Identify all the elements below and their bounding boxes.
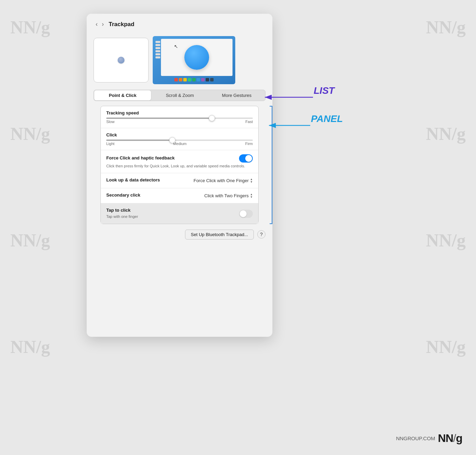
panel-bracket-bottom [270, 223, 272, 224]
color-dot [174, 78, 178, 81]
sidebar-line [155, 50, 160, 52]
title-bar: ‹ › Trackpad [87, 14, 272, 32]
force-click-toggle[interactable] [239, 154, 253, 163]
color-bar [174, 78, 214, 81]
color-dot [201, 78, 205, 81]
tap-to-click-toggle[interactable] [239, 210, 253, 218]
color-dot [197, 78, 200, 81]
secondary-click-label: Secondary click [106, 192, 140, 198]
nng-url: NNGROUP.COM [396, 435, 435, 441]
tracking-speed-max: Fast [246, 120, 253, 124]
tap-to-click-knob [240, 210, 247, 217]
force-click-knob [245, 155, 252, 162]
tracking-speed-min: Slow [106, 120, 115, 124]
color-dot [183, 78, 187, 81]
watermark-ml: NN/g [10, 124, 50, 144]
click-slider-container: Light Medium Firm [106, 140, 253, 146]
watermark-bbr: NN/g [426, 337, 466, 357]
tracking-speed-label: Tracking speed [106, 110, 253, 115]
tab-point-click[interactable]: Point & Click [94, 90, 151, 100]
color-dot [206, 78, 209, 81]
force-click-label: Force Click and haptic feedback [106, 155, 175, 160]
secondary-click-arrows-icon: ▲▼ [250, 193, 253, 199]
tracking-speed-track [106, 118, 253, 119]
click-label: Click [106, 132, 253, 137]
trackpad-thumbnail [94, 38, 149, 82]
sidebar-line [155, 53, 160, 55]
click-thumb[interactable] [169, 137, 175, 143]
watermark-br: NN/g [426, 230, 466, 251]
tracking-speed-slider-container: Slow Fast [106, 118, 253, 124]
color-dot [188, 78, 191, 81]
tab-bar: Point & Click Scroll & Zoom More Gesture… [94, 90, 266, 101]
force-click-row: Force Click and haptic feedback Click th… [101, 150, 258, 173]
watermark-bl: NN/g [10, 230, 50, 251]
lookup-label: Look up & data detectors [106, 177, 160, 182]
bottom-bar: Set Up Bluetooth Trackpad... ? [87, 224, 272, 245]
nng-branding: NNGROUP.COM NN/g [396, 432, 462, 445]
help-button[interactable]: ? [257, 230, 266, 238]
tap-to-click-description: Tap with one finger [106, 214, 138, 219]
force-click-label-group: Force Click and haptic feedback [106, 155, 175, 162]
tap-to-click-inline: Tap to click Tap with one finger [106, 208, 253, 219]
color-dot [192, 78, 196, 81]
screen-content-area [161, 39, 232, 76]
secondary-click-dropdown[interactable]: Click with Two Fingers ▲▼ [204, 193, 253, 199]
tab-more-gestures[interactable]: More Gestures [208, 90, 265, 101]
list-annotation-label: LIST [314, 85, 335, 96]
click-fill [106, 140, 172, 141]
watermark-bbl: NN/g [10, 337, 50, 357]
nav-forward-button[interactable]: › [100, 20, 106, 29]
lookup-value: Force Click with One Finger [194, 178, 249, 183]
color-dot [179, 78, 182, 81]
tracking-speed-thumb[interactable] [209, 115, 215, 121]
tracking-speed-labels: Slow Fast [106, 120, 253, 124]
panel-bracket-line [272, 106, 272, 224]
force-click-description: Click then press firmly for Quick Look, … [106, 164, 253, 169]
sidebar-line [155, 47, 160, 49]
panel-bracket-top [270, 106, 272, 107]
preview-area [87, 32, 272, 90]
trackpad-dot [118, 57, 125, 64]
screen-circle [184, 45, 209, 70]
secondary-click-value: Click with Two Fingers [204, 193, 249, 198]
watermark-mr: NN/g [426, 124, 466, 144]
lookup-dropdown[interactable]: Force Click with One Finger ▲▼ [194, 178, 253, 184]
lookup-row: Look up & data detectors Force Click wit… [101, 173, 258, 188]
sidebar-line [155, 56, 160, 58]
screen-preview [153, 36, 235, 84]
trackpad-window: ‹ › Trackpad Point & Cl [87, 14, 272, 337]
window-title: Trackpad [109, 21, 134, 28]
click-track [106, 140, 253, 141]
tab-scroll-zoom[interactable]: Scroll & Zoom [151, 90, 208, 101]
nav-back-button[interactable]: ‹ [94, 20, 100, 29]
sidebar-line [155, 41, 160, 43]
tap-to-click-label-group: Tap to click Tap with one finger [106, 208, 138, 219]
click-max: Firm [245, 142, 253, 146]
watermark-tl: NN/g [10, 17, 50, 37]
lookup-inline: Look up & data detectors Force Click wit… [106, 177, 253, 184]
settings-panel: Tracking speed Slow Fast Click [100, 106, 259, 224]
tap-to-click-label: Tap to click [106, 208, 138, 213]
secondary-click-row: Secondary click Click with Two Fingers ▲… [101, 188, 258, 203]
bluetooth-setup-button[interactable]: Set Up Bluetooth Trackpad... [185, 230, 254, 240]
force-click-inline: Force Click and haptic feedback [106, 154, 253, 163]
secondary-click-inline: Secondary click Click with Two Fingers ▲… [106, 192, 253, 199]
click-mid: Medium [173, 142, 186, 146]
watermark-tr: NN/g [426, 17, 466, 37]
nng-mark: NN/g [438, 432, 462, 445]
sidebar-line [155, 44, 160, 46]
click-labels: Light Medium Firm [106, 142, 253, 146]
tracking-speed-row: Tracking speed Slow Fast [101, 106, 258, 128]
color-dot [210, 78, 214, 81]
panel-annotation-label: PANEL [311, 113, 343, 124]
click-min: Light [106, 142, 115, 146]
screen-sidebar [155, 39, 160, 76]
tracking-speed-fill [106, 118, 212, 119]
tap-to-click-row: Tap to click Tap with one finger [101, 203, 258, 223]
lookup-arrows-icon: ▲▼ [250, 178, 253, 184]
click-row: Click Light Medium Firm [101, 128, 258, 150]
